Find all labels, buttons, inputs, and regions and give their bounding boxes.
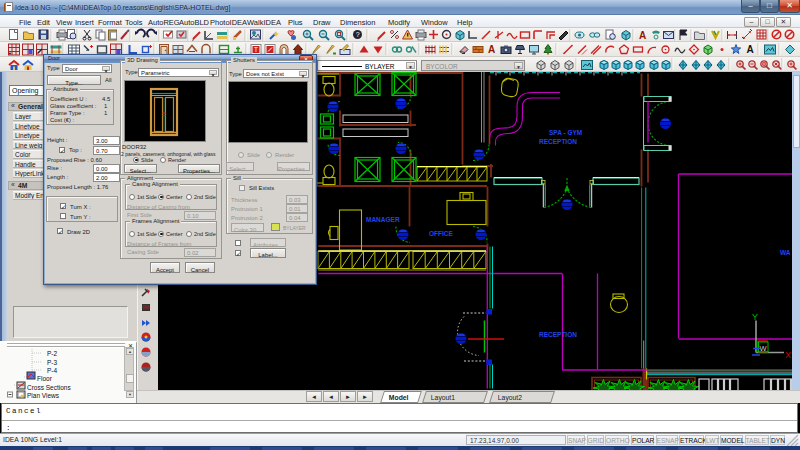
svg-text:X: X — [785, 349, 791, 359]
svg-text:RECEPTION: RECEPTION — [539, 137, 577, 144]
svg-text:T: T — [254, 46, 258, 53]
svg-text:WA: WA — [780, 248, 791, 255]
svg-text:RECEPTION: RECEPTION — [539, 330, 577, 337]
svg-text:OFFICE: OFFICE — [429, 229, 453, 236]
svg-text:A: A — [747, 44, 754, 55]
svg-text:Y: Y — [752, 311, 758, 321]
svg-text:MANAGER: MANAGER — [366, 215, 400, 222]
svg-text:SPA - GYM: SPA - GYM — [549, 128, 582, 135]
svg-text:A: A — [639, 30, 646, 41]
svg-text:W: W — [760, 344, 768, 353]
svg-text:A: A — [488, 44, 495, 55]
svg-text:?: ? — [356, 31, 360, 38]
